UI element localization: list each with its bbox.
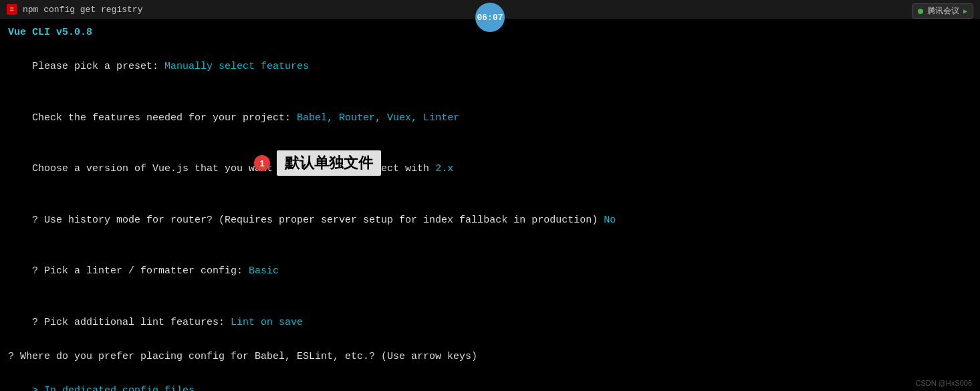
tencent-meeting-label: 腾讯会议: [927, 5, 959, 17]
tencent-status-dot: [918, 9, 923, 14]
clock-display: 06:07: [475, 3, 505, 32]
titlebar: ≡ npm config get registry 06:07 腾讯会议 ▶: [0, 0, 980, 19]
terminal-icon: ≡: [7, 4, 17, 15]
features-line: Check the features needed for your proje…: [8, 92, 972, 144]
lint-features-line: ? Pick additional lint features: Lint on…: [8, 297, 972, 348]
history-mode-line: ? Use history mode for router? (Requires…: [8, 194, 972, 246]
terminal-output: Vue CLI v5.0.8 Please pick a preset: Man…: [0, 19, 980, 391]
watermark: CSDN @HxS006: [915, 379, 972, 387]
linter-config-line: ? Pick a linter / formatter config: Basi…: [8, 246, 972, 297]
dedicated-config-line: > In dedicated config files: [8, 365, 972, 391]
preset-line: Please pick a preset: Manually select fe…: [8, 41, 972, 93]
titlebar-title: npm config get registry: [23, 5, 142, 15]
vue-version-line: Choose a version of Vue.js that you want…: [8, 144, 972, 195]
tooltip-badge: 1: [254, 155, 270, 171]
tencent-arrow-icon: ▶: [963, 7, 967, 15]
tooltip-text: 默认单独文件: [277, 150, 381, 176]
tooltip-overlay: 1 默认单独文件: [254, 150, 381, 176]
config-placement-line: ? Where do you prefer placing config for…: [8, 348, 972, 366]
tencent-meeting-button[interactable]: 腾讯会议 ▶: [912, 3, 973, 19]
